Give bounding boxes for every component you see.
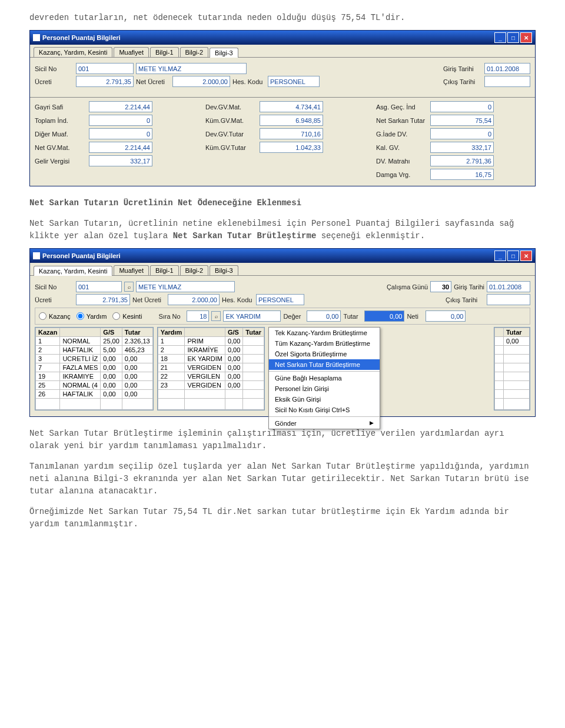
ctx-item[interactable]: Net Sarkan Tutar Brütleştirme	[269, 359, 380, 370]
cikis-field	[487, 294, 530, 305]
netucr-label: Net Ücreti	[132, 296, 165, 303]
ctx-item[interactable]: Personel İzin Girişi	[269, 383, 380, 394]
titlebar: Personel Puantaj Bilgileri _ □ ✕	[30, 31, 535, 45]
field-label: Küm.GV.Tutar	[205, 144, 256, 151]
field-label: Dev.GV.Mat.	[205, 103, 256, 111]
sirano-field[interactable]: 18	[187, 310, 209, 322]
field-label: Damga Vrg.	[376, 171, 427, 178]
field-value: 75,54	[430, 115, 494, 126]
neti-field[interactable]: 0,00	[426, 310, 466, 322]
netucr-label: Net Ücreti	[136, 78, 170, 85]
minimize-button[interactable]: _	[494, 32, 506, 43]
sicil-field[interactable]: 001	[76, 63, 134, 74]
lookup-icon[interactable]: ⌕	[211, 311, 221, 321]
neti-label: Neti	[407, 313, 423, 320]
giris-field: 01.01.2008	[487, 281, 530, 292]
giris-field: 01.01.2008	[484, 63, 530, 74]
sicil-field[interactable]: 001	[76, 281, 122, 292]
tab[interactable]: Bilgi-2	[180, 265, 209, 275]
netucr-field: 2.000,00	[172, 76, 230, 87]
name-field: METE YILMAZ	[136, 63, 247, 74]
field-value: 0	[430, 128, 494, 139]
cikis-field	[484, 76, 530, 87]
tab[interactable]: Bilgi-1	[150, 47, 179, 57]
window-title: Personel Puantaj Bilgileri	[42, 252, 121, 259]
field-label: Toplam İnd.	[35, 117, 85, 124]
field-value: 332,17	[89, 155, 152, 166]
field-label: Net Sarkan Tutar	[376, 117, 427, 124]
field-label: Net GV.Mat.	[35, 144, 85, 151]
ctx-item[interactable]: Gönder▶	[269, 418, 380, 429]
app-icon	[33, 252, 40, 259]
window-puantaj-2: Personel Puantaj Bilgileri _ □ ✕ Kazanç,…	[29, 248, 536, 417]
cikis-label: Çıkış Tarihi	[446, 296, 484, 303]
hes-field: PERSONEL	[268, 76, 320, 87]
field-label: Kal. GV.	[376, 144, 427, 151]
tab[interactable]: Bilgi-3	[210, 48, 238, 58]
tabs: Kazanç, Yardım, KesintiMuafiyetBilgi-1Bi…	[30, 45, 535, 57]
field-value: 710,16	[260, 128, 323, 139]
calisma-label: Çalışma Günü	[387, 283, 428, 290]
field-label: Gelir Vergisi	[35, 158, 85, 165]
minimize-button[interactable]: _	[494, 251, 506, 261]
intro-text: devreden tutarların, net ödenecek tutarı…	[29, 12, 536, 24]
ucreti-field: 2.791,35	[76, 76, 134, 87]
calisma-field: 30	[430, 281, 451, 292]
ctx-item[interactable]: Tüm Kazanç-Yardım Brütleştirme	[269, 338, 380, 349]
lookup-icon[interactable]: ⌕	[124, 282, 134, 292]
ctx-item[interactable]: Sicil No Kısıtı Girişi Ctrl+S	[269, 405, 380, 415]
field-label: Dev.GV.Tutar	[205, 131, 256, 138]
field-value: 2.214,44	[89, 101, 152, 112]
context-menu: Tek Kazanç-Yardım BrütleştirmeTüm Kazanç…	[268, 327, 380, 429]
tab[interactable]: Bilgi-3	[210, 265, 238, 275]
tab[interactable]: Muafiyet	[114, 47, 149, 57]
sira-name-field: EK YARDIM	[223, 310, 281, 322]
ctx-item[interactable]: Tek Kazanç-Yardım Brütleştirme	[269, 328, 380, 338]
field-value: 6.948,85	[260, 115, 323, 126]
ucreti-label: Ücreti	[35, 296, 74, 303]
tab[interactable]: Kazanç, Yardım, Kesinti	[34, 47, 112, 57]
ctx-item[interactable]: Özel Sigorta Brütleştirme	[269, 349, 380, 359]
window-title: Personel Puantaj Bilgileri	[42, 34, 121, 41]
field-value: 0	[89, 128, 152, 139]
tab[interactable]: Muafiyet	[114, 265, 149, 275]
radio-kazanç[interactable]: Kazanç	[39, 312, 71, 320]
field-label: Asg. Geç. İnd	[376, 103, 427, 111]
hes-label: Hes. Kodu	[222, 296, 254, 303]
deger-field[interactable]: 0,00	[307, 310, 341, 322]
outro-p1: Net Sarkan Tutar Brütleştirme işleminin …	[29, 428, 536, 452]
close-button[interactable]: ✕	[520, 251, 532, 261]
tab[interactable]: Kazanç, Yardım, Kesinti	[34, 266, 112, 276]
field-value: 0	[430, 101, 494, 112]
field-label: Diğer Muaf.	[35, 131, 85, 138]
field-value: 1.042,33	[260, 142, 323, 153]
field-value: 2.791,36	[430, 155, 494, 166]
tabs: Kazanç, Yardım, KesintiMuafiyetBilgi-1Bi…	[30, 263, 535, 275]
right-table[interactable]: Tutar0,00	[494, 327, 530, 410]
ctx-item[interactable]: Eksik Gün Girişi	[269, 394, 380, 405]
radio-yardım[interactable]: Yardım	[77, 312, 107, 320]
tab[interactable]: Bilgi-2	[180, 47, 209, 57]
tutar-field[interactable]: 0,00	[364, 310, 404, 322]
giris-label: Giriş Tarihi	[443, 65, 482, 72]
field-label: G.İade DV.	[376, 131, 427, 138]
field-label: Küm.GV.Mat.	[205, 117, 256, 124]
sicil-label: Sicil No	[35, 283, 74, 290]
maximize-button[interactable]: □	[507, 251, 519, 261]
ctx-item[interactable]: Güne Bağlı Hesaplama	[269, 373, 380, 383]
field-value: 16,75	[430, 169, 494, 180]
tutar-label: Tutar	[343, 313, 362, 320]
yardim-table[interactable]: YardımG/STutar1PRIM0,002IKRAMİYE0,0018EK…	[157, 327, 265, 410]
sirano-label: Sıra No	[158, 313, 184, 320]
name-field: METE YILMAZ	[136, 281, 235, 292]
tab[interactable]: Bilgi-1	[150, 265, 179, 275]
outro-p3: Örneğimizde Net Sarkan Tutar 75,54 TL di…	[29, 506, 536, 530]
close-button[interactable]: ✕	[520, 32, 532, 43]
netucr-field: 2.000,00	[168, 294, 220, 305]
field-value: 4.734,41	[260, 101, 323, 112]
kazanc-table[interactable]: KazanG/STutar1NORMAL25,002.326,132HAFTAL…	[35, 327, 154, 410]
maximize-button[interactable]: □	[507, 32, 519, 43]
radio-kesinti[interactable]: Kesinti	[112, 312, 142, 320]
app-icon	[33, 34, 40, 41]
hes-label: Hes. Kodu	[232, 78, 265, 85]
